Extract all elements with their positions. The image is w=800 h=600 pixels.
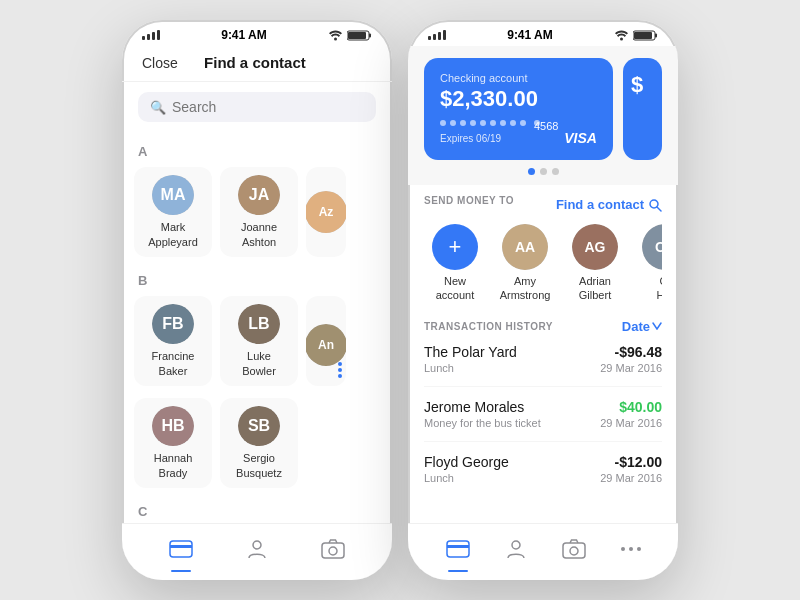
tx-filter-label: Date [622,319,650,334]
close-button[interactable]: Close [142,55,178,71]
tx-jerome-name: Jerome Morales [424,399,524,415]
card-nav-icon-right [446,540,470,558]
contact-francine-baker[interactable]: FB FrancineBaker [134,296,212,386]
tx-jerome-morales[interactable]: Jerome Morales $40.00 Money for the bus … [424,399,662,442]
time-left: 9:41 AM [221,28,267,42]
battery-icon-right [633,30,658,41]
card-area: Checking account $2,330.00 4568 Expires … [408,46,678,185]
nav-more-right[interactable] [611,542,651,556]
search-input[interactable] [172,99,364,115]
avatar-new-account: + [432,224,478,270]
nav-person-left[interactable] [236,534,278,564]
tx-floyd-name: Floyd George [424,454,509,470]
tx-label: TRANSACTION HISTORY [424,321,553,332]
battery-icon [347,30,372,41]
svg-rect-15 [447,541,469,557]
wifi-icon [328,30,343,41]
contact-partial-ante[interactable]: An [306,296,346,386]
card-visa: VISA [564,130,597,146]
contact-name-mark: MarkAppleyard [148,220,198,249]
partial-dots [338,362,342,378]
svg-rect-2 [369,33,371,37]
recipient-adrian[interactable]: AG AdrianGilbert [564,224,626,303]
indicator-2 [540,168,547,175]
tx-floyd-amount: -$12.00 [615,454,662,470]
tx-jerome-amount: $40.00 [619,399,662,415]
find-contact-button[interactable]: Find a contact [556,197,662,212]
search-icon: 🔍 [150,100,166,115]
svg-point-17 [512,541,520,549]
recipient-amy[interactable]: AA AmyArmstrong [494,224,556,303]
search-bar[interactable]: 🔍 [138,92,376,122]
camera-nav-icon-right [562,539,586,559]
nav-card-right[interactable] [436,536,480,562]
left-phone: 9:41 AM Close Find a contact [122,20,392,580]
time-right: 9:41 AM [507,28,553,42]
cards-row: Checking account $2,330.00 4568 Expires … [424,58,662,160]
tx-polar-yard-sub: Lunch 29 Mar 2016 [424,362,662,374]
nav-person-right[interactable] [495,534,537,564]
plus-icon: + [449,236,462,258]
recipient-new[interactable]: + Newaccount [424,224,486,303]
svg-rect-3 [348,32,366,39]
nav-camera-left[interactable] [311,535,355,563]
section-b-label: B [122,265,392,292]
tx-jerome-sub: Money for the bus ticket 29 Mar 2016 [424,417,662,429]
recipients-row: + Newaccount AA AmyArmstrong AG Adria [424,224,662,307]
tx-floyd-desc: Lunch [424,472,454,484]
section-b2-grid: HB HannahBrady SB SergioBusquetz [122,394,392,496]
chevron-down-icon [652,322,662,330]
card-expires: Expires 06/19 [440,133,501,144]
card-dots: 4568 [440,120,597,126]
bottom-nav-right [408,523,678,580]
tx-jerome-desc: Money for the bus ticket [424,417,541,429]
bank-card-main[interactable]: Checking account $2,330.00 4568 Expires … [424,58,613,160]
contacts-scroll: A MA MarkAppleyard JA JoanneAshton Az [122,132,392,523]
nav-card-left[interactable] [159,536,203,562]
status-icons-left [328,30,372,41]
tx-polar-yard-amount: -$96.48 [615,344,662,360]
recipient-ch[interactable]: CH C.H... [634,224,662,303]
status-bar-right: 9:41 AM [408,20,678,46]
svg-point-22 [637,547,641,551]
wifi-icon-right [614,30,629,41]
card-nav-icon-left [169,540,193,558]
svg-point-19 [570,547,578,555]
avatar-ch: CH [642,224,662,270]
find-contact-label: Find a contact [556,197,644,212]
contact-joanne-ashton[interactable]: JA JoanneAshton [220,167,298,257]
tx-filter-button[interactable]: Date [622,319,662,334]
status-icons-right [614,30,658,41]
nav-camera-right[interactable] [552,535,596,563]
svg-rect-4 [170,541,192,557]
svg-line-14 [657,207,661,211]
tx-polar-yard[interactable]: The Polar Yard -$96.48 Lunch 29 Mar 2016 [424,344,662,387]
search-icon-right [648,198,662,212]
svg-point-6 [253,541,261,549]
tx-floyd-sub: Lunch 29 Mar 2016 [424,472,662,484]
card-peek[interactable]: $ [623,58,662,160]
tx-floyd-george[interactable]: Floyd George -$12.00 Lunch 29 Mar 2016 [424,454,662,496]
avatar-amy: AA [502,224,548,270]
svg-rect-12 [634,32,652,39]
contact-mark-appleyard[interactable]: MA MarkAppleyard [134,167,212,257]
contact-luke-bowler[interactable]: LB LukeBowler [220,296,298,386]
contact-partial-aztec[interactable]: Az [306,167,346,257]
svg-point-8 [329,547,337,555]
indicator-1 [528,168,535,175]
section-a-label: A [122,136,392,163]
card-label: Checking account [440,72,597,84]
avatar-aztec: Az [306,191,346,233]
status-bar-left: 9:41 AM [122,20,392,46]
contact-hannah-brady[interactable]: HB HannahBrady [134,398,212,488]
avatar-mark: MA [152,175,194,215]
send-header: SEND MONEY TO Find a contact [424,195,662,214]
more-nav-icon [621,546,641,552]
card-last4: 4568 [534,120,540,126]
avatar-luke: LB [238,304,280,344]
contact-sergio-busquetz[interactable]: SB SergioBusquetz [220,398,298,488]
avatar-sergio: SB [238,406,280,446]
avatar-joanne: JA [238,175,280,215]
recipient-name-amy: AmyArmstrong [500,274,551,303]
recipient-name-adrian: AdrianGilbert [579,274,611,303]
